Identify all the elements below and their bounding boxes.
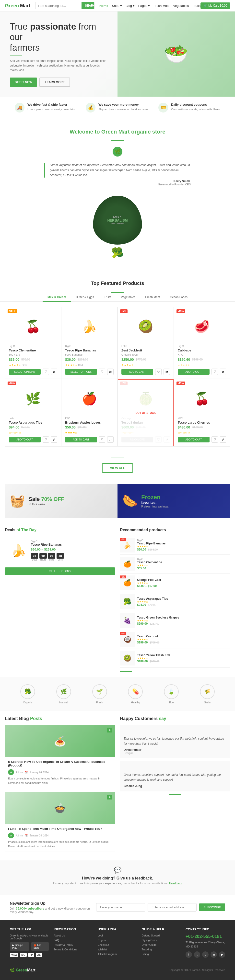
cart-icon: 🛒 [203, 4, 207, 7]
footer-link-order[interactable]: Order Guide [142, 943, 181, 946]
frozen-headline: Frozen [141, 494, 169, 501]
facebook-icon[interactable]: f [185, 951, 192, 958]
add-to-cart-button[interactable]: ADD TO CART [9, 437, 41, 442]
footer-phone[interactable]: +01-202-555-0181 [185, 934, 225, 939]
hero-cta-primary[interactable]: GET IT NOW [10, 78, 37, 87]
footer-link-register[interactable]: Register [98, 939, 137, 942]
price-new: $94.00 [9, 425, 19, 429]
testimonial-item: " Thanks to organic, we've just launched… [120, 725, 230, 758]
wishlist-button[interactable]: ♡ [43, 436, 49, 443]
rec-prices: $6.00 – $17.00 [137, 584, 161, 588]
youtube-icon[interactable]: ▶ [219, 951, 225, 958]
deal-select-options-button[interactable]: SELECT OPTIONS [5, 567, 115, 575]
tab-milk-cream[interactable]: Milk & Cream [43, 293, 71, 302]
nav-blog[interactable]: Blog ▾ [126, 4, 134, 8]
add-to-cart-button[interactable]: ADD TO CART [178, 369, 209, 375]
footer-logo: 🌿 GreenMart [10, 968, 35, 972]
tab-fresh-meat[interactable]: Fresh Meat [140, 293, 165, 302]
compare-button[interactable]: ⇄ [51, 436, 57, 443]
blog-author: Admin [16, 771, 23, 773]
icon-item[interactable]: 🌱 Fresh [92, 684, 107, 704]
wishlist-button[interactable]: ♡ [99, 436, 105, 443]
footer-link-tracking[interactable]: Tracking [142, 948, 181, 951]
footer-link-wishlist[interactable]: Wishlist [98, 948, 137, 951]
linkedin-icon[interactable]: in [211, 951, 217, 958]
nav-shop[interactable]: Shop ▾ [112, 4, 122, 8]
deal-main-product: 🍌 Big C Tesco Ripe Bananas $90.00 – $268… [5, 536, 115, 565]
add-to-cart-button[interactable]: ADD TO CART [178, 437, 209, 442]
google-play-badge[interactable]: ▶ Google Play [10, 942, 29, 951]
tab-fruits[interactable]: Fruits [99, 293, 116, 302]
wishlist-button[interactable]: ♡ [155, 369, 161, 375]
icon-item[interactable]: 🥦 Organic [20, 684, 35, 704]
footer-link-faq[interactable]: FAQ [54, 939, 93, 942]
footer-link-about[interactable]: About Us [54, 934, 93, 937]
icon-item[interactable]: 💊 Healthy [128, 684, 143, 704]
logo[interactable]: Green Mart [5, 3, 30, 9]
nav-fruits[interactable]: Fruits [192, 4, 200, 8]
compare-button[interactable]: ⇄ [220, 436, 226, 443]
testimonial-author: David Foster [124, 748, 227, 752]
google-plus-icon[interactable]: g [202, 951, 209, 958]
view-all-button[interactable]: VIEW ALL [102, 463, 133, 473]
compare-button[interactable]: ⇄ [51, 369, 57, 375]
nav-home[interactable]: Home [99, 4, 108, 8]
deals-section: Deals of The Day 🍌 Big C Tesco Ripe Bana… [5, 528, 115, 672]
blog-post: 🍲 4 I Like To Spend This Much Time On or… [5, 792, 115, 851]
newsletter-subscribe-button[interactable]: SUBSCRIBE [199, 904, 225, 911]
compare-button[interactable]: ⇄ [107, 369, 114, 375]
product-image: 🍌 [65, 310, 114, 342]
nav-fresh[interactable]: Fresh Most [153, 4, 169, 8]
compare-button[interactable]: ⇄ [163, 369, 170, 375]
quote-author-title: Greenmod.io Founder CEO [44, 183, 191, 186]
nav-pages[interactable]: Pages ▾ [138, 4, 150, 8]
sale-banner-left[interactable]: 🧺 Sale 70% OFF in this week [5, 484, 117, 518]
search-button[interactable]: SEARCH [82, 2, 94, 9]
rec-prices: $90.00 $268.00 [137, 548, 165, 551]
add-to-cart-button[interactable]: ADD TO CART [65, 437, 97, 442]
select-options-button[interactable]: SELECT OPTIONS [9, 369, 41, 375]
main-nav: Home Shop ▾ Blog ▾ Pages ▾ Fresh Most Ve… [99, 4, 200, 8]
footer-link-terms[interactable]: Terms & Conditions [54, 948, 93, 951]
select-options-button[interactable]: SELECT OPTIONS [65, 369, 97, 375]
compare-button[interactable]: ⇄ [107, 436, 114, 443]
natural-icon: 🌿 [56, 684, 71, 699]
footer-link-affiliate[interactable]: AffiliateProgram [98, 953, 137, 956]
add-to-cart-button[interactable]: ADD TO CART [121, 369, 153, 375]
footer-link-checkout[interactable]: Checkout [98, 943, 137, 946]
newsletter-name-input[interactable] [96, 903, 145, 912]
app-store-badge[interactable]: 🍎 App Store [31, 942, 49, 951]
welcome-section: Welcome to Green Mart organic store 🌿 Lo… [0, 119, 235, 273]
testimonials-title: Happy Customers say [120, 716, 230, 721]
footer-link-privacy[interactable]: Privacy & Policy [54, 943, 93, 946]
wishlist-button[interactable]: ♡ [211, 369, 218, 375]
icon-item[interactable]: 🍃 Eco [164, 684, 179, 704]
compare-button[interactable]: ⇄ [220, 369, 226, 375]
cart-button[interactable]: 🛒 My Cart $0.00 [200, 2, 230, 9]
rec-brand: Big C [137, 539, 165, 542]
footer-col-user-area: USER AREA Login Register Checkout Wishli… [98, 928, 137, 958]
search-input[interactable] [35, 2, 82, 9]
tab-ocean-foods[interactable]: Ocean Foods [165, 293, 192, 302]
nav-vegetables[interactable]: Vegetables [173, 4, 189, 8]
feedback-link[interactable]: Feedback [169, 882, 182, 885]
icon-item[interactable]: 🌿 Natural [56, 684, 71, 704]
footer-link-login[interactable]: Login [98, 934, 137, 937]
footer-col-guide: GUIDE & HELP Getting Started Styling Gui… [142, 928, 181, 958]
twitter-icon[interactable]: t [194, 951, 200, 958]
rec-info: Tesco Yellow Flesh Kiwi ★★★★☆ $189.00 $3… [137, 654, 171, 663]
sale-banner-right[interactable]: 🌭 Frozen favorites. Refreshing savings. [117, 484, 230, 518]
tab-butter-eggs[interactable]: Butter & Eggs [71, 293, 99, 302]
wishlist-button[interactable]: ♡ [211, 436, 218, 443]
icon-item[interactable]: 🌾 Grain [200, 684, 215, 704]
hero-cta-secondary[interactable]: LEARN MORE [39, 78, 70, 87]
wishlist-button[interactable]: ♡ [43, 369, 49, 375]
icon-label: Fresh [92, 701, 107, 704]
footer-link-billing[interactable]: Billing [142, 953, 181, 956]
footer-link-getting-started[interactable]: Getting Started [142, 934, 181, 937]
footer-link-styling[interactable]: Styling Guide [142, 939, 181, 942]
newsletter-email-input[interactable] [148, 903, 197, 912]
wishlist-button[interactable]: ♡ [99, 369, 105, 375]
tab-vegetables[interactable]: Vegetables [116, 293, 140, 302]
product-card: -13% 🥩 Big C Cabbage KFC $120.60 $198.00… [174, 307, 230, 379]
